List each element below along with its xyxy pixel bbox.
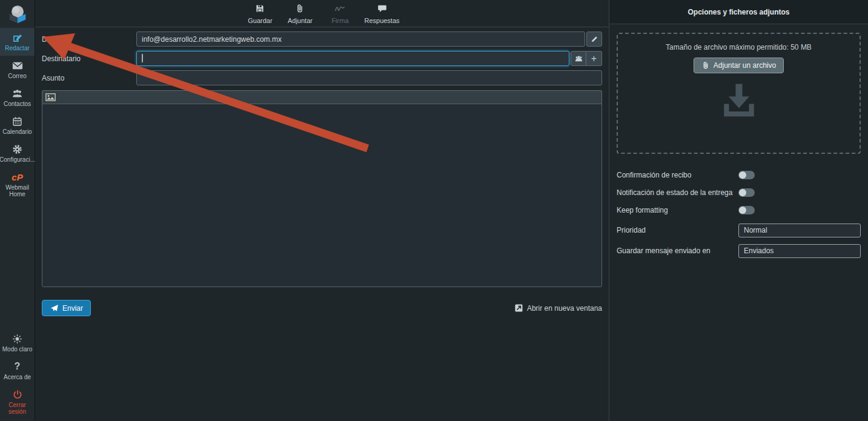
option-row: Prioridad Normal [617, 221, 861, 239]
from-row: De [42, 31, 602, 47]
save-icon [255, 4, 265, 16]
sidebar-item-label: Webmail Home [4, 184, 31, 197]
toolbar-button-label: Guardar [248, 17, 272, 24]
contacts-picker-button[interactable] [571, 51, 586, 66]
option-label: Notificación de estado de la entrega [617, 188, 738, 197]
external-link-icon [514, 303, 523, 313]
insert-image-button[interactable] [45, 93, 56, 101]
toolbar-button-label: Adjuntar [288, 17, 313, 24]
option-label: Guardar mensaje enviado en [617, 247, 738, 255]
subject-row: Asunto [42, 70, 602, 85]
sidebar: Redactar Correo Contactos Calendario Con [0, 0, 35, 421]
receipt-toggle[interactable] [738, 171, 755, 179]
save-button[interactable]: Guardar [244, 4, 276, 24]
responses-icon [377, 4, 387, 16]
pencil-icon [591, 35, 598, 43]
message-body-input[interactable] [42, 104, 602, 287]
image-icon [45, 93, 56, 101]
compose-toolbar: Guardar Adjuntar Firma Respuestas [35, 0, 609, 27]
people-icon [574, 55, 583, 62]
responses-button[interactable]: Respuestas [364, 4, 399, 24]
sidebar-item-label: Calendario [2, 128, 31, 135]
contacts-icon [12, 88, 23, 99]
sidebar-item-label: Configuraci... [0, 156, 35, 163]
sidebar-item-logout[interactable]: Cerrar sesión [0, 385, 35, 421]
from-input[interactable] [136, 31, 585, 47]
subject-input[interactable] [136, 70, 602, 85]
mail-icon [12, 60, 23, 71]
edit-identity-button[interactable] [586, 31, 602, 47]
attachment-drop-area[interactable]: Tamaño de archivo máximo permitido: 50 M… [617, 33, 861, 154]
signature-icon [334, 4, 345, 16]
paperclip-icon [701, 61, 710, 70]
sidebar-item-label: Acerca de [4, 374, 31, 380]
toggle-knob [739, 189, 746, 196]
sidebar-item-contacts[interactable]: Contactos [0, 84, 35, 111]
sun-icon [12, 333, 22, 344]
sidebar-item-label: Contactos [4, 101, 31, 107]
options-panel-header: Opciones y ficheros adjuntos [609, 0, 868, 24]
message-editor [42, 90, 602, 287]
sidebar-item-calendar[interactable]: Calendario [0, 111, 35, 139]
paper-plane-icon [50, 303, 59, 313]
to-row: Destinatario + [42, 51, 602, 66]
option-label: Keep formatting [617, 206, 738, 214]
sidebar-spacer [0, 202, 35, 329]
editor-toolbar [42, 90, 602, 104]
option-row: Guardar mensaje enviado en Enviados [617, 242, 861, 260]
keep-formatting-toggle[interactable] [738, 206, 755, 214]
sidebar-item-mail[interactable]: Correo [0, 56, 35, 84]
sidebar-item-light-mode[interactable]: Modo claro [0, 329, 35, 357]
attach-file-button[interactable]: Adjuntar un archivo [694, 58, 784, 73]
open-new-window-link[interactable]: Abrir en nueva ventana [514, 303, 602, 313]
toolbar-button-label: Firma [331, 17, 348, 24]
send-button-label: Enviar [62, 304, 83, 313]
add-recipient-button[interactable]: + [586, 51, 602, 66]
settings-icon [12, 144, 22, 154]
option-label: Confirmación de recibo [617, 171, 738, 179]
sidebar-item-label: Modo claro [2, 346, 32, 353]
compose-main: Guardar Adjuntar Firma Respuestas [35, 0, 609, 421]
cpanel-icon: cP [12, 171, 22, 182]
send-button[interactable]: Enviar [42, 300, 91, 316]
option-row: Keep formatting [617, 201, 861, 219]
sidebar-item-label: Correo [8, 73, 27, 79]
download-drop-icon [618, 83, 860, 121]
sidebar-item-label: Redactar [5, 45, 30, 51]
compose-icon [12, 32, 22, 43]
toggle-knob [739, 171, 746, 179]
to-label: Destinatario [42, 55, 136, 63]
paperclip-icon [295, 4, 305, 16]
sidebar-item-about[interactable]: ? Acerca de [0, 357, 35, 385]
save-sent-folder-select[interactable]: Enviados [738, 244, 861, 258]
text-cursor [142, 54, 143, 62]
sidebar-item-label: Cerrar sesión [1, 402, 34, 415]
max-file-size-text: Tamaño de archivo máximo permitido: 50 M… [618, 43, 860, 51]
attach-file-button-label: Adjuntar un archivo [714, 61, 776, 70]
help-icon: ? [15, 361, 21, 372]
dsn-toggle[interactable] [738, 188, 755, 197]
sidebar-item-compose[interactable]: Redactar [0, 28, 35, 56]
power-icon [13, 389, 22, 400]
toggle-knob [739, 207, 746, 214]
open-new-window-label: Abrir en nueva ventana [527, 304, 602, 313]
compose-footer: Enviar Abrir en nueva ventana [42, 300, 602, 316]
subject-label: Asunto [42, 74, 136, 82]
to-input[interactable] [136, 51, 569, 66]
plus-icon: + [591, 54, 597, 64]
option-row: Notificación de estado de la entrega [617, 184, 861, 201]
roundcube-logo-icon[interactable] [0, 0, 35, 28]
option-label: Prioridad [617, 226, 738, 234]
sidebar-item-settings[interactable]: Configuraci... [0, 139, 35, 167]
webmail-compose-window: Redactar Correo Contactos Calendario Con [0, 0, 868, 421]
from-label: De [42, 35, 136, 44]
attach-button[interactable]: Adjuntar [284, 4, 316, 24]
priority-select[interactable]: Normal [738, 224, 861, 237]
options-panel-title: Opciones y ficheros adjuntos [687, 8, 789, 16]
calendar-icon [12, 116, 22, 127]
signature-button[interactable]: Firma [324, 4, 356, 24]
options-panel: Opciones y ficheros adjuntos Tamaño de a… [609, 0, 868, 421]
option-row: Confirmación de recibo [617, 166, 861, 184]
sidebar-item-webmail-home[interactable]: cP Webmail Home [0, 167, 35, 202]
compose-form: De Destinatario + [35, 31, 609, 316]
